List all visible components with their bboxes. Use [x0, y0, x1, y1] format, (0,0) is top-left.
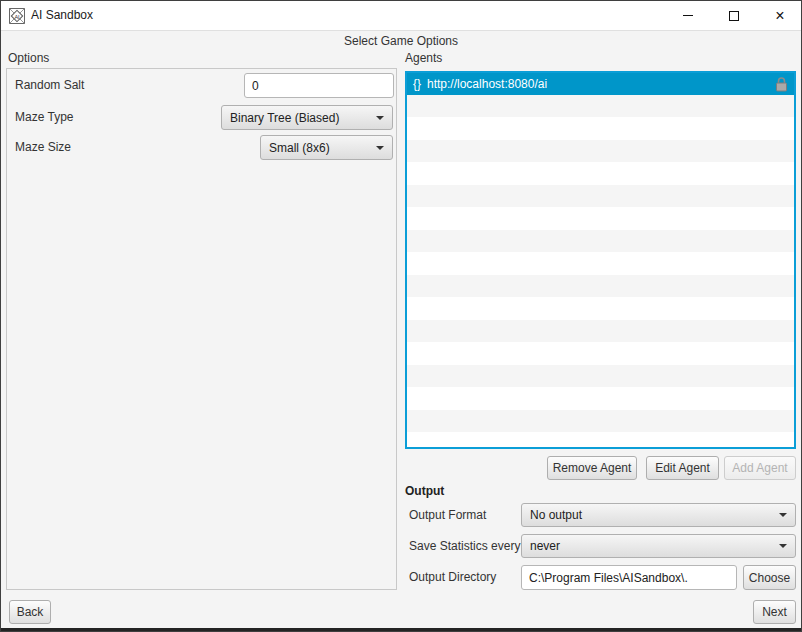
- output-format-value: No output: [530, 508, 773, 522]
- output-section-label: Output: [405, 484, 444, 498]
- output-format-select[interactable]: No output: [521, 503, 796, 527]
- maximize-button[interactable]: [711, 1, 757, 30]
- window-title: AI Sandbox: [31, 1, 93, 30]
- maze-size-select[interactable]: Small (8x6): [260, 135, 393, 160]
- titlebar: AI AI Sandbox ×: [1, 1, 801, 31]
- agent-url: http://localhost:8080/ai: [427, 77, 775, 91]
- maximize-icon: [729, 11, 739, 21]
- chevron-down-icon: [779, 544, 787, 548]
- remove-agent-button[interactable]: Remove Agent: [547, 456, 637, 480]
- desktop-edge-strip: [1, 628, 802, 632]
- maze-size-label: Maze Size: [15, 135, 71, 160]
- app-icon: AI: [9, 8, 25, 24]
- close-icon: ×: [775, 7, 784, 25]
- chevron-down-icon: [376, 146, 384, 150]
- agents-list-empty-rows: [407, 95, 794, 447]
- save-statistics-value: never: [530, 539, 773, 553]
- agents-list[interactable]: {} http://localhost:8080/ai: [405, 71, 796, 449]
- page-title: Select Game Options: [1, 34, 801, 48]
- maze-type-value: Binary Tree (Biased): [230, 111, 370, 125]
- agent-list-item[interactable]: {} http://localhost:8080/ai: [407, 73, 794, 95]
- add-agent-button: Add Agent: [724, 456, 796, 480]
- save-statistics-label: Save Statistics every: [409, 534, 520, 558]
- edit-agent-button[interactable]: Edit Agent: [646, 456, 719, 480]
- close-button[interactable]: ×: [757, 1, 802, 30]
- output-format-label: Output Format: [409, 503, 486, 527]
- back-button[interactable]: Back: [9, 600, 51, 624]
- maze-type-select[interactable]: Binary Tree (Biased): [221, 105, 393, 130]
- random-salt-input[interactable]: [244, 73, 394, 98]
- minimize-button[interactable]: [665, 1, 711, 30]
- output-directory-label: Output Directory: [409, 565, 496, 590]
- chevron-down-icon: [376, 116, 384, 120]
- choose-directory-button[interactable]: Choose: [743, 565, 796, 590]
- save-statistics-select[interactable]: never: [521, 534, 796, 558]
- maze-size-value: Small (8x6): [269, 141, 370, 155]
- next-button[interactable]: Next: [753, 600, 796, 624]
- svg-text:AI: AI: [14, 14, 20, 20]
- app-window: AI AI Sandbox × Select Game Options Opti…: [0, 0, 802, 632]
- json-icon: {}: [413, 77, 421, 91]
- output-directory-input[interactable]: [521, 565, 737, 590]
- agents-section-label: Agents: [405, 51, 442, 65]
- lock-icon: [775, 77, 788, 92]
- random-salt-label: Random Salt: [15, 73, 84, 98]
- maze-type-label: Maze Type: [15, 105, 73, 130]
- minimize-icon: [683, 15, 693, 16]
- chevron-down-icon: [779, 513, 787, 517]
- options-section-label: Options: [8, 51, 49, 65]
